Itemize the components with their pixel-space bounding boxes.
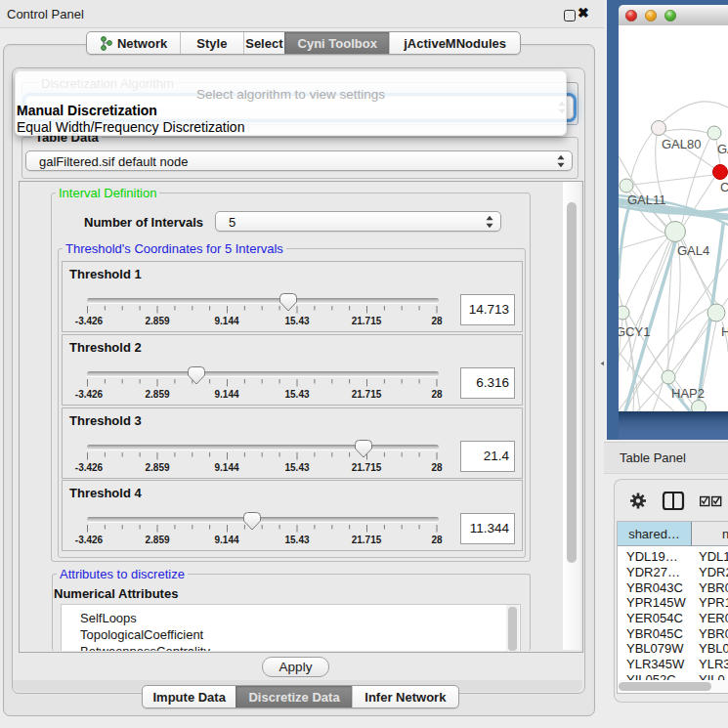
svg-text:GCY1: GCY1 bbox=[619, 324, 650, 339]
svg-text:GAL11: GAL11 bbox=[627, 193, 666, 207]
svg-text:GA: GA bbox=[717, 142, 728, 156]
svg-text:GAL80: GAL80 bbox=[662, 137, 701, 151]
svg-text:HI: HI bbox=[721, 324, 728, 339]
svg-text:HAP2: HAP2 bbox=[671, 386, 705, 401]
svg-text:GAL4: GAL4 bbox=[677, 243, 709, 258]
svg-text:CY: CY bbox=[720, 180, 728, 194]
